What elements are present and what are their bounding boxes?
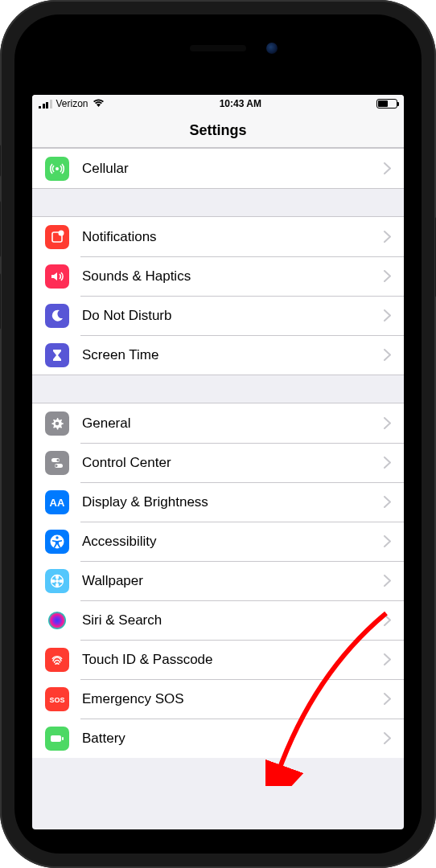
svg-point-14 (56, 583, 59, 588)
row-label-touchid: Touch ID & Passcode (82, 652, 384, 668)
row-accessibility[interactable]: Accessibility (32, 522, 404, 561)
row-siri[interactable]: Siri & Search (32, 600, 404, 640)
accessibility-icon (45, 530, 69, 554)
svg-point-15 (51, 579, 56, 583)
svg-point-17 (48, 612, 66, 629)
chevron-right-icon (384, 492, 391, 513)
svg-point-10 (56, 536, 58, 538)
chevron-right-icon (384, 345, 391, 366)
phone-camera (266, 43, 278, 54)
row-label-notifications: Notifications (82, 229, 384, 245)
row-screentime[interactable]: Screen Time (32, 335, 404, 375)
row-battery[interactable]: Battery (32, 719, 404, 758)
carrier-label: Verizon (56, 98, 88, 109)
row-label-accessibility: Accessibility (82, 534, 384, 550)
page-title: Settings (32, 113, 404, 148)
row-label-controlcenter: Control Center (82, 455, 384, 471)
row-notifications[interactable]: Notifications (32, 217, 404, 256)
wifi-icon (93, 98, 105, 109)
svg-rect-20 (51, 735, 61, 742)
settings-list[interactable]: CellularNotificationsSounds & HapticsDo … (32, 148, 404, 829)
chevron-right-icon (384, 452, 391, 473)
fingerprint-icon (45, 648, 69, 672)
hourglass-icon (45, 343, 69, 367)
chevron-right-icon (384, 266, 391, 287)
row-sounds[interactable]: Sounds & Haptics (32, 256, 404, 296)
switches-icon (45, 451, 69, 475)
chevron-right-icon (384, 227, 391, 248)
row-sos[interactable]: SOSEmergency SOS (32, 679, 404, 719)
chevron-right-icon (384, 305, 391, 326)
phone-frame: Verizon 10:43 AM Settings CellularNotifi… (0, 0, 436, 868)
svg-point-13 (56, 575, 59, 579)
sounds-icon (45, 264, 69, 289)
svg-point-7 (55, 464, 57, 466)
display-icon: AA (45, 490, 69, 514)
battery-icon (45, 727, 69, 751)
row-controlcenter[interactable]: Control Center (32, 443, 404, 482)
svg-rect-21 (62, 737, 64, 740)
svg-text:AA: AA (50, 497, 65, 509)
row-label-wallpaper: Wallpaper (82, 573, 384, 589)
svg-point-5 (56, 458, 59, 461)
sos-icon: SOS (45, 687, 69, 711)
row-general[interactable]: General (32, 403, 404, 443)
screen: Verizon 10:43 AM Settings CellularNotifi… (32, 95, 404, 829)
chevron-right-icon (384, 158, 391, 179)
chevron-right-icon (384, 413, 391, 434)
chevron-right-icon (384, 531, 391, 552)
svg-point-0 (56, 167, 59, 170)
row-label-sos: Emergency SOS (82, 691, 384, 707)
row-label-battery: Battery (82, 731, 384, 747)
svg-point-18 (56, 663, 58, 665)
row-label-sounds: Sounds & Haptics (82, 268, 384, 285)
svg-point-16 (59, 579, 64, 583)
chevron-right-icon (384, 689, 391, 710)
svg-point-12 (56, 579, 59, 583)
status-bar: Verizon 10:43 AM (32, 95, 404, 113)
row-touchid[interactable]: Touch ID & Passcode (32, 640, 404, 679)
row-label-dnd: Do Not Disturb (82, 308, 384, 324)
siri-icon (45, 608, 69, 633)
svg-point-3 (56, 421, 60, 425)
cellular-icon (45, 157, 69, 181)
phone-speaker (190, 45, 246, 51)
signal-icon (39, 100, 52, 108)
row-label-cellular: Cellular (82, 161, 384, 177)
notifications-icon (45, 225, 69, 249)
svg-point-2 (59, 230, 64, 235)
row-wallpaper[interactable]: Wallpaper (32, 561, 404, 600)
wallpaper-icon (45, 569, 69, 593)
clock-label: 10:43 AM (220, 98, 261, 109)
row-label-screentime: Screen Time (82, 347, 384, 363)
row-cellular[interactable]: Cellular (32, 149, 404, 188)
gear-icon (45, 411, 69, 436)
battery-icon (376, 99, 397, 108)
svg-text:SOS: SOS (49, 696, 64, 704)
row-label-general: General (82, 416, 384, 432)
moon-icon (45, 304, 69, 328)
chevron-right-icon (384, 571, 391, 592)
chevron-right-icon (384, 649, 391, 670)
chevron-right-icon (384, 610, 391, 631)
row-display[interactable]: AADisplay & Brightness (32, 482, 404, 522)
chevron-right-icon (384, 728, 391, 749)
row-label-display: Display & Brightness (82, 494, 384, 510)
row-dnd[interactable]: Do Not Disturb (32, 296, 404, 335)
row-label-siri: Siri & Search (82, 612, 384, 628)
